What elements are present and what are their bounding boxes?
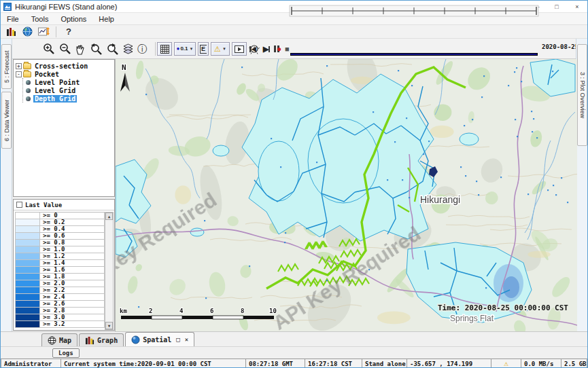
legend-swatch: [16, 280, 40, 287]
tab-spatial[interactable]: Spatial □ ✕: [125, 332, 194, 346]
status-bar: Administrator Current system time:2020-0…: [1, 358, 587, 368]
legend-label: >= 3.0: [40, 314, 65, 320]
legend-scrollbar[interactable]: ▲ ▼: [105, 212, 114, 330]
frame-bar: [269, 46, 270, 52]
status-mode: Stand alone: [362, 358, 407, 368]
zoom-previous-icon[interactable]: [90, 42, 103, 56]
tab-map[interactable]: Map: [41, 333, 77, 346]
wireframe-globe-icon: [48, 336, 56, 345]
legend-swatch: [16, 226, 40, 232]
database-icon[interactable]: [5, 26, 17, 38]
close-panel-icon[interactable]: ✕: [185, 336, 188, 343]
window-title: Hikurangi FEWS (Stand alone): [15, 3, 117, 11]
last-value-checkbox[interactable]: [16, 202, 22, 208]
tree-node-cross-section[interactable]: + Cross-section: [16, 62, 114, 70]
menu-help[interactable]: Help: [92, 14, 120, 24]
menu-options[interactable]: Options: [54, 14, 92, 24]
tree-node-level-grid[interactable]: Level Grid: [24, 86, 114, 94]
scale-tick: 2: [149, 308, 152, 314]
legend-swatch: [16, 301, 40, 307]
legend-swatch: [16, 294, 40, 300]
next-arrow: ▶: [263, 46, 268, 52]
tree-node-label[interactable]: Level Point: [33, 79, 81, 86]
legend-list: >= 0 >= 0.2 >= 0.4 >= 0.6 >= 0.8 >= 1.0 …: [15, 212, 105, 330]
app-window: Hikurangi FEWS (Stand alone) — □ × File …: [0, 0, 588, 368]
tab-graph[interactable]: Graph: [79, 333, 124, 346]
tab-forecast[interactable]: 5 : Forecast: [1, 44, 12, 89]
zoom-in-icon[interactable]: [43, 42, 55, 56]
map-time-label: Time: 2020-08-25 00:00:00 CST: [438, 303, 568, 312]
legend-label: >= 0.6: [40, 233, 65, 239]
legend-swatch: [16, 321, 40, 327]
label-springs-flat: Springs Flat: [450, 314, 494, 323]
threshold-dropdown[interactable]: ● 0.1 ▼: [174, 42, 196, 56]
legend-label: >= 2.8: [40, 308, 65, 314]
bullet-icon: [26, 96, 31, 101]
map-canvas[interactable]: API Key Required API Key Required Hikura…: [116, 59, 577, 331]
north-label: N: [122, 63, 126, 72]
tab-plot-overview[interactable]: 3 : Plot Overview: [577, 44, 587, 146]
zoom-out-icon[interactable]: [59, 42, 71, 56]
status-system-time: Current system time:2020-09-01 00:00 CST: [61, 358, 246, 368]
dot-icon: ●: [177, 46, 180, 52]
logs-button[interactable]: Logs: [52, 348, 80, 358]
grid-display-button[interactable]: [157, 42, 172, 56]
folder-icon: [23, 71, 31, 77]
legend-letter: E: [200, 45, 207, 54]
collapse-icon[interactable]: -: [16, 71, 22, 77]
scroll-down-icon[interactable]: ▼: [105, 322, 113, 329]
tree-node-pocket[interactable]: - Pocket: [16, 70, 114, 78]
legend-label: >= 1.4: [40, 260, 65, 266]
record-button[interactable]: ●: [277, 42, 281, 56]
tree-node-level-point[interactable]: Level Point: [24, 78, 114, 86]
menu-file[interactable]: File: [1, 14, 25, 24]
movie-player-button[interactable]: [232, 42, 247, 56]
info-icon[interactable]: ⓘ: [137, 42, 147, 56]
legend-row[interactable]: >= 3.2: [15, 321, 105, 328]
pan-hand-icon[interactable]: [75, 42, 86, 56]
toolbar-separator: [155, 42, 156, 56]
tab-graph-label: Graph: [97, 337, 118, 344]
legend-button[interactable]: E: [198, 42, 209, 56]
tree-node-label[interactable]: Cross-section: [33, 62, 89, 70]
status-network: 0.0 MB/s: [521, 358, 561, 368]
stop-button[interactable]: ■: [285, 42, 290, 56]
globe-icon[interactable]: [21, 26, 33, 38]
close-button[interactable]: ×: [567, 1, 587, 12]
tree-node-depth-grid[interactable]: Depth Grid: [24, 94, 114, 103]
legend-label: >= 1.2: [40, 253, 65, 259]
status-user: Administrator: [1, 358, 61, 368]
tab-map-label: Map: [59, 337, 71, 344]
legend-swatch: [16, 240, 40, 246]
tree-node-label[interactable]: Depth Grid: [33, 95, 77, 103]
tab-data-viewer[interactable]: 6 : Data Viewer: [1, 92, 12, 149]
maximize-button[interactable]: □: [547, 1, 567, 12]
tree-node-label[interactable]: Pocket: [33, 71, 60, 78]
menu-tools[interactable]: Tools: [25, 14, 55, 24]
layers-icon[interactable]: [122, 42, 134, 56]
legend-label: >= 0.4: [40, 226, 65, 232]
scale-tick: 10: [269, 308, 277, 314]
help-button[interactable]: ?: [63, 26, 75, 38]
last-frame-button[interactable]: ▶: [263, 42, 270, 56]
tree-node-label[interactable]: Level Grid: [33, 87, 77, 94]
bottom-tab-bar: Map Graph Spatial □ ✕: [1, 331, 587, 346]
warning-dropdown[interactable]: ⚠ ▼: [211, 42, 230, 56]
legend-label: >= 2.4: [40, 294, 65, 300]
timeseries-chart-icon[interactable]: [37, 26, 50, 38]
status-coordinates: -35.657 , 174.199: [407, 358, 491, 368]
time-slider[interactable]: [289, 5, 539, 17]
timeline-progress-bar[interactable]: [290, 53, 538, 56]
right-tab-strip: 3 : Plot Overview: [576, 39, 587, 331]
zoom-next-icon[interactable]: [106, 42, 119, 56]
scroll-up-icon[interactable]: ▲: [105, 213, 113, 220]
first-frame-button[interactable]: ◀: [249, 42, 256, 56]
expand-icon[interactable]: +: [16, 63, 22, 69]
layer-tree: + Cross-section - Pocket Level Point: [13, 59, 115, 197]
scale-tick: 8: [241, 308, 244, 314]
maximize-panel-icon[interactable]: □: [176, 336, 179, 343]
status-warning[interactable]: ⚠: [491, 358, 521, 368]
legend-label: >= 2.2: [40, 287, 65, 293]
legend-label: >= 2.0: [40, 280, 65, 287]
legend-label: >= 0.2: [40, 219, 65, 225]
